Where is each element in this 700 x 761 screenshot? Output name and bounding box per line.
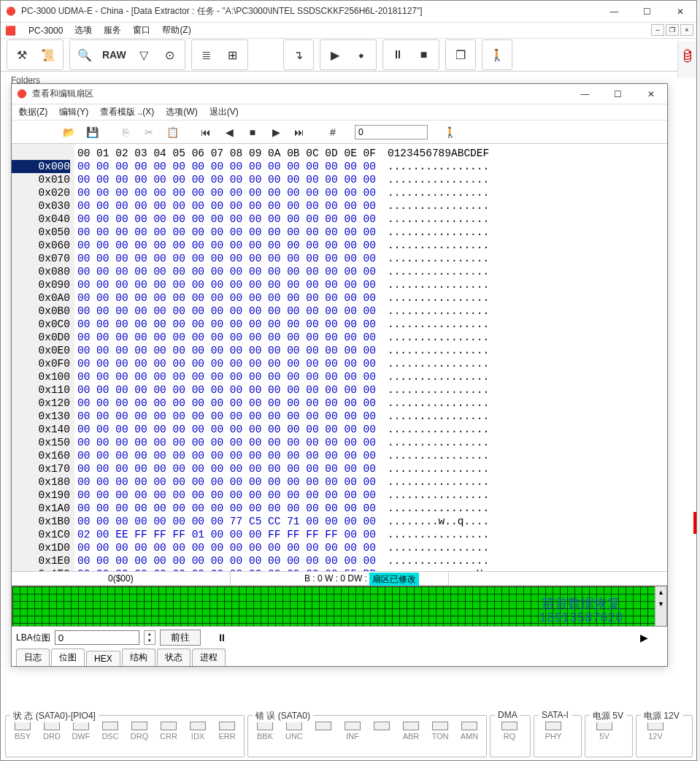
- hex-row[interactable]: 00 00 00 00 00 00 00 00 00 00 00 00 00 0…: [77, 475, 489, 489]
- stop-small-icon[interactable]: ■: [241, 122, 264, 142]
- hex-row[interactable]: 00 00 00 00 00 00 00 00 00 00 00 00 00 0…: [77, 397, 489, 410]
- hex-pane[interactable]: 0x0000x0100x0200x0300x0400x0500x0600x070…: [12, 144, 667, 571]
- maximize-button[interactable]: ☐: [631, 1, 664, 22]
- hex-row[interactable]: 00 00 00 00 00 00 00 00 00 00 00 00 00 0…: [77, 226, 489, 239]
- hex-row[interactable]: 00 00 00 00 00 00 00 00 00 00 00 00 00 0…: [77, 331, 489, 344]
- hex-row[interactable]: 00 00 00 00 00 00 00 00 00 00 00 00 00 0…: [77, 173, 489, 186]
- scroll-icon[interactable]: 📜: [35, 42, 61, 68]
- list-icon[interactable]: ≣: [193, 42, 220, 68]
- grid-icon[interactable]: #: [321, 122, 345, 142]
- editor-menu-edit[interactable]: 编辑(Y): [53, 104, 94, 121]
- go-button[interactable]: 前往: [160, 630, 201, 646]
- hex-row[interactable]: 00 00 00 00 00 00 00 00 00 00 00 00 00 0…: [77, 489, 489, 502]
- open-icon[interactable]: 📂: [57, 122, 80, 142]
- hex-row[interactable]: 00 00 00 00 00 00 00 00 00 00 00 00 00 0…: [77, 502, 489, 515]
- menu-service[interactable]: 服务: [98, 22, 127, 39]
- hex-row[interactable]: 00 00 00 00 00 00 00 00 00 00 00 00 00 0…: [77, 462, 489, 475]
- hex-row[interactable]: 00 00 00 00 00 00 00 00 00 00 00 00 00 0…: [77, 344, 489, 357]
- editor-menu-viewtpl[interactable]: 查看模版 ..(X): [94, 104, 160, 121]
- hex-row[interactable]: 00 00 00 00 00 00 00 00 00 00 00 00 00 0…: [77, 186, 489, 199]
- tab-struct[interactable]: 结构: [122, 649, 155, 666]
- indicator: 12V: [641, 722, 670, 741]
- database-icon[interactable]: 🛢: [680, 48, 695, 65]
- hex-row[interactable]: 00 00 00 00 00 00 00 00 00 00 00 00 00 0…: [77, 436, 489, 449]
- tab-state[interactable]: 状态: [157, 649, 191, 666]
- editor-close[interactable]: ✕: [634, 84, 667, 104]
- record-icon[interactable]: ⬥: [348, 42, 374, 68]
- pause-icon-2[interactable]: ⏸: [217, 632, 227, 643]
- cut-icon[interactable]: ✂: [137, 122, 161, 142]
- minimize-button[interactable]: —: [598, 1, 631, 22]
- hex-row[interactable]: 00 00 00 00 00 00 00 00 00 00 00 00 00 0…: [77, 265, 489, 278]
- next-icon[interactable]: ▶: [264, 122, 288, 142]
- paste-icon[interactable]: 📋: [161, 122, 184, 142]
- hex-row[interactable]: 00 00 00 00 00 00 00 00 00 00 00 00 00 0…: [77, 252, 489, 265]
- hex-row[interactable]: 00 00 00 00 00 00 00 00 00 00 00 00 00 0…: [77, 449, 489, 462]
- tree-icon[interactable]: ⊞: [220, 42, 246, 68]
- hex-row[interactable]: 00 00 00 00 00 00 00 00 00 00 00 00 00 0…: [77, 291, 489, 305]
- hex-row[interactable]: 00 00 00 00 00 00 00 00 77 C5 CC 71 00 0…: [77, 515, 489, 528]
- hex-row[interactable]: 00 00 00 00 00 00 00 00 00 00 00 00 00 0…: [77, 318, 489, 331]
- hex-row[interactable]: 00 00 00 00 00 00 00 00 00 00 00 00 00 0…: [77, 541, 489, 554]
- stop-icon[interactable]: ■: [411, 42, 437, 68]
- mdi-restore[interactable]: ❐: [666, 24, 679, 36]
- tab-hex[interactable]: HEX: [86, 651, 120, 666]
- first-icon[interactable]: ⏮: [194, 122, 218, 142]
- exit-icon[interactable]: 🚶: [484, 42, 510, 68]
- sector-bitmap[interactable]: ▲ ▼: [12, 586, 667, 627]
- prev-icon[interactable]: ◀: [218, 122, 241, 142]
- binoculars-icon[interactable]: 🔍: [72, 42, 98, 68]
- menu-window[interactable]: 窗口: [127, 22, 156, 39]
- status-modified-chip: 扇区已修改: [369, 573, 419, 586]
- hex-row[interactable]: 00 00 00 00 00 00 00 00 00 00 00 00 00 0…: [77, 199, 489, 213]
- import-icon[interactable]: ↴: [285, 42, 312, 68]
- hex-row[interactable]: 00 00 00 00 00 00 00 00 00 00 00 00 00 0…: [77, 554, 489, 567]
- editor-menu-data[interactable]: 数据(Z): [13, 104, 53, 121]
- bitmap-scrollbar[interactable]: ▲ ▼: [655, 586, 666, 626]
- hex-row[interactable]: 00 00 00 00 00 00 00 00 00 00 00 00 00 0…: [77, 160, 489, 173]
- hex-row[interactable]: 02 00 EE FF FF FF 01 00 00 00 FF FF FF F…: [77, 528, 489, 541]
- offset-row: 0x120: [12, 397, 70, 410]
- editor-menu-exit[interactable]: 退出(V): [204, 104, 245, 121]
- copy-icon[interactable]: ❐: [447, 42, 474, 68]
- hex-row[interactable]: 00 00 00 00 00 00 00 00 00 00 00 00 00 0…: [77, 423, 489, 436]
- hex-row[interactable]: 00 00 00 00 00 00 00 00 00 00 00 00 00 0…: [77, 305, 489, 318]
- hex-row[interactable]: 00 00 00 00 00 00 00 00 00 00 00 00 00 0…: [77, 278, 489, 291]
- mdi-close[interactable]: ×: [680, 24, 693, 36]
- disk-icon[interactable]: ⊙: [157, 42, 183, 68]
- pause-icon[interactable]: ⏸: [385, 42, 411, 68]
- hex-row[interactable]: 00 00 00 00 00 00 00 00 00 00 00 00 00 0…: [77, 357, 489, 370]
- play-icon[interactable]: ▶: [322, 42, 348, 68]
- window-controls: — ☐ ✕: [598, 1, 696, 22]
- tab-log[interactable]: 日志: [16, 649, 50, 666]
- hex-row[interactable]: 00 00 00 00 00 00 00 00 00 00 00 00 00 0…: [77, 383, 489, 397]
- last-icon[interactable]: ⏭: [288, 122, 311, 142]
- position-input[interactable]: [355, 125, 428, 139]
- editor-menu-options[interactable]: 选项(W): [160, 104, 203, 121]
- close-button[interactable]: ✕: [664, 1, 696, 22]
- menu-pc3000[interactable]: PC-3000: [23, 23, 69, 38]
- hex-row[interactable]: 00 00 00 00 00 00 00 00 00 00 00 00 00 0…: [77, 410, 489, 423]
- hex-row[interactable]: 00 00 00 00 00 00 00 00 00 00 00 00 00 0…: [77, 213, 489, 226]
- tab-proc[interactable]: 进程: [192, 649, 226, 666]
- funnel-icon[interactable]: ▽: [131, 42, 157, 68]
- menu-options[interactable]: 选项: [69, 22, 98, 39]
- lba-stepper[interactable]: ▲▼: [144, 630, 155, 645]
- editor-status: 0($00) B : 0 W : 0 DW : 0 扇区已修改: [12, 571, 667, 586]
- tab-map[interactable]: 位图: [51, 649, 85, 666]
- copy-icon[interactable]: ⎘: [114, 122, 137, 142]
- mdi-minimize[interactable]: –: [651, 24, 664, 36]
- tools-icon[interactable]: ⚒: [9, 42, 35, 68]
- editor-minimize[interactable]: —: [569, 84, 601, 104]
- save-icon[interactable]: 💾: [80, 122, 104, 142]
- lba-input[interactable]: [55, 630, 139, 645]
- hex-row[interactable]: 00 00 00 00 00 00 00 00 00 00 00 00 00 0…: [77, 370, 489, 383]
- arrow-right-icon[interactable]: ▶: [640, 632, 648, 643]
- offset-row: 0x030: [12, 199, 70, 213]
- exit-icon-2[interactable]: 🚶: [438, 122, 461, 142]
- app-menu-icon[interactable]: 🟥: [5, 25, 20, 37]
- editor-maximize[interactable]: ☐: [601, 84, 634, 104]
- menu-help[interactable]: 帮助(Z): [156, 22, 196, 39]
- raw-button[interactable]: RAW: [98, 42, 131, 68]
- hex-row[interactable]: 00 00 00 00 00 00 00 00 00 00 00 00 00 0…: [77, 239, 489, 252]
